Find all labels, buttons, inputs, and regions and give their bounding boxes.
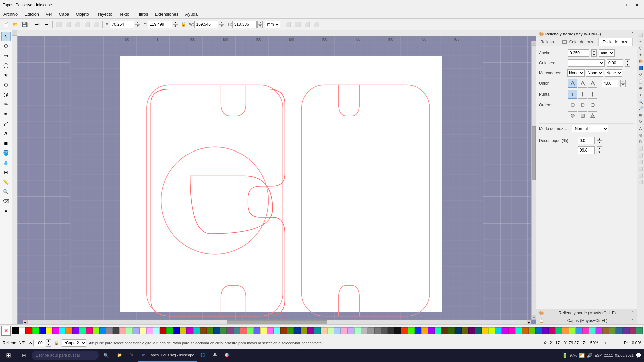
search-icon-btn[interactable]: 🔍 (99, 349, 113, 362)
palette-swatch-72[interactable] (495, 327, 502, 334)
palette-swatch-34[interactable] (240, 327, 247, 334)
palette-swatch-85[interactable] (582, 327, 589, 334)
palette-swatch-87[interactable] (596, 327, 602, 334)
menu-trayecto[interactable]: Trayecto (92, 11, 116, 18)
palette-swatch-66[interactable] (455, 327, 462, 334)
h-up[interactable]: ▲ (257, 21, 263, 24)
palette-swatch-57[interactable] (394, 327, 401, 334)
palette-swatch-29[interactable] (207, 327, 213, 334)
palette-swatch-21[interactable] (153, 327, 160, 334)
palette-swatch-78[interactable] (535, 327, 542, 334)
palette-swatch-89[interactable] (609, 327, 616, 334)
extra3[interactable]: ⬜ (638, 159, 644, 165)
marcador-start[interactable]: None → (567, 69, 585, 77)
fill-stroke-section-collapse[interactable]: ⌃ (631, 311, 634, 315)
tab-estilo-trazo[interactable]: Estilo de trazo (599, 38, 633, 46)
paint-bucket-tool[interactable]: 🪣 (1, 148, 11, 158)
extra4[interactable]: ⬜ (638, 166, 644, 172)
palette-swatch-30[interactable] (213, 327, 220, 334)
palette-swatch-17[interactable] (126, 327, 133, 334)
horizontal-scrollbar[interactable]: ◀ ▶ (23, 320, 531, 324)
fit-page[interactable]: ⊞ (638, 112, 644, 118)
palette-swatch-7[interactable] (59, 327, 66, 334)
align-right[interactable]: ⬜ (73, 20, 82, 29)
x-up[interactable]: ▲ (135, 21, 140, 24)
taskbar-file-explorer[interactable]: 📁 (113, 349, 125, 362)
eyedropper-tool[interactable]: 💧 (1, 158, 11, 167)
text-tool[interactable]: A (1, 129, 11, 138)
fill-stroke-section-header[interactable]: 🎨 Relleno y borde (Mayús+Ctrl+F) ⌃ (536, 309, 637, 317)
unit-select[interactable]: mm px in cm (265, 21, 280, 28)
menu-ver[interactable]: Ver (42, 11, 56, 18)
palette-swatch-38[interactable] (267, 327, 274, 334)
task-view-btn[interactable]: ⊟ (17, 349, 32, 362)
opacity-status-input[interactable] (33, 340, 45, 346)
palette-swatch-65[interactable] (448, 327, 455, 334)
copy-side[interactable]: ⎗ (638, 132, 644, 138)
palette-swatch-24[interactable] (173, 327, 180, 334)
order-btn4[interactable] (568, 111, 577, 120)
cap-square[interactable] (588, 90, 597, 99)
palette-swatch-52[interactable] (361, 327, 368, 334)
palette-swatch-74[interactable] (508, 327, 515, 334)
layer-select[interactable]: •Capa 2 •Capa 1 (62, 339, 86, 347)
guiones-down[interactable]: ▼ (625, 63, 630, 67)
scroll-track-h[interactable] (28, 320, 527, 324)
y-down[interactable]: ▼ (173, 24, 178, 28)
w-up[interactable]: ▲ (219, 21, 224, 24)
blur-down[interactable]: ▼ (597, 141, 602, 144)
menu-texto[interactable]: Texto (116, 11, 133, 18)
fill-stroke-header[interactable]: 🎨 Relleno y borde (Mayús+Ctrl+F) ⌃ (536, 30, 637, 38)
union-value-input[interactable] (602, 80, 618, 87)
palette-swatch-44[interactable] (307, 327, 314, 334)
taskbar-chrome[interactable]: 🌐 (197, 349, 209, 362)
swatches-btn[interactable]: 🟦 (638, 65, 644, 71)
palette-swatch-50[interactable] (347, 327, 354, 334)
taskbar-inkscape[interactable]: ✏ Tapes_Peus.svg - Inkscape (138, 349, 197, 362)
align-center[interactable]: ⬜ (64, 20, 72, 29)
palette-swatch-35[interactable] (247, 327, 254, 334)
palette-swatch-2[interactable] (25, 327, 32, 334)
blur-up[interactable]: ▲ (597, 137, 602, 141)
x-input[interactable] (110, 21, 134, 28)
extra2[interactable]: ⬜ (638, 152, 644, 158)
palette-swatch-69[interactable] (475, 327, 482, 334)
palette-swatch-20[interactable] (146, 327, 153, 334)
palette-swatch-88[interactable] (602, 327, 609, 334)
h-input[interactable] (232, 21, 257, 28)
start-button[interactable]: ⊞ (0, 349, 17, 362)
notification-icon[interactable]: 💬 (636, 353, 641, 358)
capas-section-header[interactable]: 📋 Capas (Mayús+Ctrl+L) ⌃ (536, 317, 637, 324)
scroll-thumb-v[interactable] (532, 126, 536, 180)
node-tool[interactable]: ⬡ (1, 41, 11, 51)
palette-swatch-36[interactable] (254, 327, 260, 334)
join-bevel[interactable] (588, 79, 597, 88)
palette-swatch-5[interactable] (46, 327, 52, 334)
palette-swatch-12[interactable] (93, 327, 99, 334)
pen-tool[interactable]: ✒ (1, 109, 11, 119)
opacity-status-down[interactable]: ▼ (46, 343, 51, 347)
zoom-canvas-tool[interactable]: 🔍 (1, 187, 11, 196)
palette-swatch-92[interactable] (629, 327, 636, 334)
guiones-input[interactable] (607, 59, 623, 67)
palette-swatch-9[interactable] (72, 327, 79, 334)
pencil-tool[interactable]: ✏ (1, 100, 11, 109)
palette-swatch-54[interactable] (374, 327, 381, 334)
palette-swatch-6[interactable] (52, 327, 59, 334)
canvas-area[interactable]: -50 | |00 |50 |00 |50 |00 |50 |00 |50 |0… (12, 30, 536, 324)
clipboard-btn[interactable]: 📋 (638, 78, 644, 84)
palette-swatch-23[interactable] (166, 327, 173, 334)
palette-swatch-15[interactable] (113, 327, 119, 334)
extra5[interactable]: ⬜ (638, 172, 644, 178)
palette-swatch-55[interactable] (381, 327, 388, 334)
palette-swatch-68[interactable] (468, 327, 475, 334)
palette-swatch-49[interactable] (341, 327, 347, 334)
calligraphy-tool[interactable]: 🖊 (1, 119, 11, 128)
save-button[interactable]: 💾 (20, 20, 29, 29)
palette-swatch-56[interactable] (388, 327, 394, 334)
palette-swatch-47[interactable] (327, 327, 334, 334)
y-up[interactable]: ▲ (173, 21, 178, 24)
layers-btn[interactable]: ≡ (638, 38, 644, 44)
marcador-end[interactable]: None (605, 69, 622, 77)
zoom-in-status[interactable]: + (602, 340, 609, 346)
